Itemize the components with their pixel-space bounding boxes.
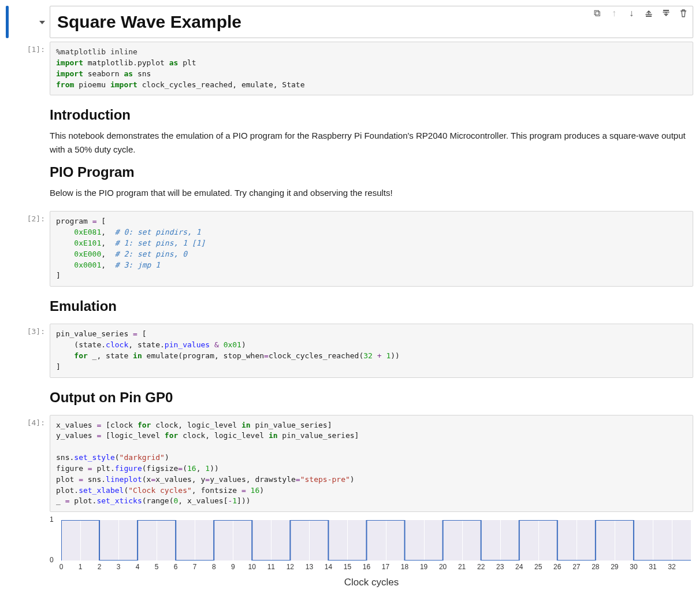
x-tick: 24	[515, 563, 523, 571]
code-editor[interactable]: program = [ 0xE081, # 0: set pindirs, 1 …	[50, 211, 693, 287]
y-tick-0: 0	[50, 556, 54, 564]
heading-introduction: Introduction	[50, 107, 693, 123]
selection-bar	[6, 6, 9, 38]
x-tick: 31	[649, 563, 656, 571]
cell-code-4[interactable]: [4]: x_values = [clock for clock, logic_…	[6, 415, 693, 589]
x-tick: 2	[98, 563, 102, 571]
x-tick: 19	[420, 563, 427, 571]
x-tick: 7	[193, 563, 197, 571]
x-tick: 4	[136, 563, 140, 571]
cell-md-output[interactable]: Output on Pin GP0	[6, 381, 693, 411]
y-tick-1: 1	[50, 515, 54, 524]
intro-paragraph: This notebook demonstrates the emulation…	[50, 129, 693, 156]
x-tick: 3	[117, 563, 121, 571]
svg-rect-0	[646, 16, 652, 17]
insert-above-icon[interactable]	[644, 9, 653, 18]
x-tick: 10	[248, 563, 256, 571]
code-editor[interactable]: pin_value_series = [ (state.clock, state…	[50, 324, 693, 377]
x-tick: 1	[79, 563, 83, 571]
x-tick: 15	[344, 563, 351, 571]
heading-output: Output on Pin GP0	[50, 389, 693, 406]
cell-toolbar: ⧉ ↑ ↓	[592, 9, 688, 18]
x-tick: 5	[155, 563, 159, 571]
x-tick: 26	[553, 563, 561, 571]
svg-rect-1	[663, 10, 669, 11]
x-tick: 12	[287, 563, 294, 571]
x-tick: 29	[611, 563, 618, 571]
x-tick: 23	[496, 563, 504, 571]
arrow-up-icon[interactable]: ↑	[609, 9, 619, 18]
x-tick: 25	[534, 563, 542, 571]
x-tick: 30	[630, 563, 637, 571]
cell-prompt: [4]:	[15, 415, 50, 589]
x-tick: 11	[267, 563, 275, 571]
x-tick: 20	[439, 563, 447, 571]
trash-icon[interactable]	[679, 9, 688, 18]
x-tick: 6	[174, 563, 178, 571]
title-editor[interactable]: ⧉ ↑ ↓ Square Wave Example	[50, 6, 693, 38]
cell-code-1[interactable]: [1]: %matplotlib inline import matplotli…	[6, 42, 693, 95]
x-tick: 17	[382, 563, 389, 571]
heading-pio: PIO Program	[50, 164, 693, 180]
cell-prompt: [1]:	[15, 42, 50, 95]
x-tick: 21	[458, 563, 466, 571]
cell-code-3[interactable]: [3]: pin_value_series = [ (state.clock, …	[6, 324, 693, 377]
x-tick: 16	[363, 563, 370, 571]
arrow-down-icon[interactable]: ↓	[627, 9, 636, 18]
collapse-chevron-icon[interactable]	[39, 21, 45, 24]
code-editor[interactable]: x_values = [clock for clock, logic_level…	[50, 415, 693, 513]
x-tick: 13	[306, 563, 313, 571]
cell-md-intro[interactable]: Introduction This notebook demonstrates …	[6, 99, 693, 207]
x-tick: 9	[231, 563, 235, 571]
x-tick: 14	[325, 563, 332, 571]
cell-md-emulation[interactable]: Emulation	[6, 290, 693, 320]
x-tick: 0	[60, 563, 64, 571]
x-tick: 22	[477, 563, 485, 571]
cell-prompt	[15, 6, 50, 38]
notebook: ⧉ ↑ ↓ Square Wave Example [1]: %matplotl…	[6, 6, 693, 588]
cell-prompt: [2]:	[15, 211, 50, 287]
duplicate-icon[interactable]: ⧉	[592, 9, 601, 18]
x-tick: 18	[401, 563, 408, 571]
x-axis-label: Clock cycles	[50, 577, 693, 588]
pio-paragraph: Below is the PIO program that will be em…	[50, 186, 693, 199]
cell-code-2[interactable]: [2]: program = [ 0xE081, # 0: set pindir…	[6, 211, 693, 287]
x-tick: 27	[572, 563, 580, 571]
heading-emulation: Emulation	[50, 298, 693, 314]
cell-prompt: [3]:	[15, 324, 50, 377]
code-editor[interactable]: %matplotlib inline import matplotlib.pyp…	[50, 42, 693, 95]
x-tick: 28	[592, 563, 599, 571]
page-title: Square Wave Example	[57, 12, 686, 32]
x-tick: 8	[212, 563, 216, 571]
x-tick: 32	[668, 563, 675, 571]
insert-below-icon[interactable]	[661, 9, 671, 18]
chart-output: 1 0 012345678910111213141516171819202122…	[50, 520, 693, 576]
cell-title[interactable]: ⧉ ↑ ↓ Square Wave Example	[6, 6, 693, 38]
